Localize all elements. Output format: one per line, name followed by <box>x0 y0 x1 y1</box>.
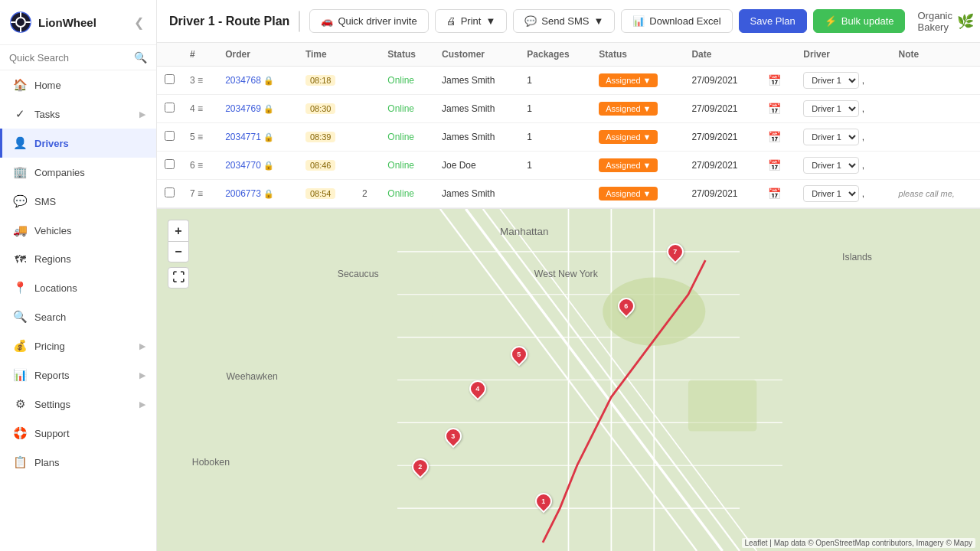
nav-arrow-tasks: ▶ <box>139 109 145 119</box>
customer-cell: James Smith <box>434 123 519 152</box>
print-icon: 🖨 <box>446 15 456 27</box>
status-badge: Online <box>387 103 414 114</box>
status-cell: Online <box>380 95 434 123</box>
row-checkbox[interactable] <box>165 131 175 141</box>
sidebar-label-sms: SMS <box>34 196 56 207</box>
calendar-icon[interactable]: 📅 <box>768 103 781 115</box>
assign-status-button[interactable]: Assigned ▼ <box>599 102 658 116</box>
drivers-icon: 👤 <box>13 136 27 150</box>
calendar-cell[interactable]: 📅 <box>760 123 795 152</box>
driver-cell[interactable]: Driver 1 , <box>795 152 890 180</box>
driver-select[interactable]: Driver 1 <box>803 157 859 174</box>
calendar-cell[interactable]: 📅 <box>760 152 795 180</box>
zoom-in-button[interactable]: + <box>168 220 189 241</box>
status-badge: Online <box>387 188 414 199</box>
send-sms-button[interactable]: 💬 Send SMS ▼ <box>513 9 615 33</box>
order-date: 27/09/2021 <box>691 75 737 86</box>
sidebar-item-drivers[interactable]: 👤 Drivers <box>0 129 156 158</box>
customer-name: James Smith <box>442 132 495 142</box>
sidebar-item-settings[interactable]: ⚙ Settings ▶ <box>0 390 156 419</box>
save-plan-button[interactable]: Save Plan <box>739 9 807 33</box>
sidebar-label-pricing: Pricing <box>34 341 65 352</box>
fullscreen-button[interactable]: ⛶ <box>168 267 189 289</box>
sidebar-item-companies[interactable]: 🏢 Companies <box>0 158 156 187</box>
map-pin-7[interactable]: 7 <box>667 243 684 260</box>
driver-cell[interactable]: Driver 1 , <box>795 67 890 95</box>
driver-select[interactable]: Driver 1 <box>803 100 859 117</box>
driver-select[interactable]: Driver 1 <box>803 72 859 89</box>
lock-icon: 🔒 <box>263 161 274 170</box>
calendar-cell[interactable]: 📅 <box>760 180 795 208</box>
calendar-icon[interactable]: 📅 <box>768 131 781 143</box>
row-number: 4 ≡ <box>182 95 217 123</box>
assign-status-cell[interactable]: Assigned ▼ <box>591 152 684 180</box>
assign-status-cell[interactable]: Assigned ▼ <box>591 95 684 123</box>
row-checkbox[interactable] <box>165 103 175 112</box>
assign-status-button[interactable]: Assigned ▼ <box>599 73 658 87</box>
map-pin-4[interactable]: 4 <box>469 380 486 397</box>
sidebar-item-tasks[interactable]: ✓ Tasks ▶ <box>0 99 156 129</box>
assign-status-button[interactable]: Assigned ▼ <box>599 158 658 172</box>
assign-status-cell[interactable]: Assigned ▼ <box>591 67 684 95</box>
orders-table-section: # Order Time Status Customer Packages St… <box>157 43 980 209</box>
calendar-cell[interactable]: 📅 <box>760 67 795 95</box>
download-excel-button[interactable]: 📊 Download Excel <box>621 9 732 33</box>
map-pin-2[interactable]: 2 <box>412 458 429 475</box>
map-pin-3[interactable]: 3 <box>445 428 462 445</box>
nav-arrow-pricing: ▶ <box>139 341 145 351</box>
assign-status-button[interactable]: Assigned ▼ <box>599 187 658 201</box>
sidebar-item-home[interactable]: 🏠 Home <box>0 70 156 99</box>
row-checkbox[interactable] <box>165 187 175 197</box>
map-pin-1[interactable]: 1 <box>535 493 552 510</box>
status-badge: Online <box>387 75 414 86</box>
map-pin-5[interactable]: 5 <box>511 346 528 363</box>
col-check <box>157 43 182 67</box>
sidebar-item-vehicles[interactable]: 🚚 Vehicles <box>0 216 156 245</box>
order-link[interactable]: 2034768 <box>225 75 261 86</box>
time-cell: 08:46 <box>298 152 354 180</box>
row-checkbox[interactable] <box>165 74 175 84</box>
calendar-icon[interactable]: 📅 <box>768 74 781 86</box>
search-icon[interactable]: 🔍 <box>134 51 147 64</box>
customer-cell: James Smith <box>434 95 519 123</box>
sidebar-item-pricing[interactable]: 💰 Pricing ▶ <box>0 331 156 360</box>
sidebar-item-regions[interactable]: 🗺 Regions <box>0 245 156 273</box>
driver-cell[interactable]: Driver 1 , <box>795 180 890 208</box>
sidebar-item-plans[interactable]: 📋 Plans <box>0 448 156 477</box>
collapse-sidebar-button[interactable]: ❮ <box>131 14 147 31</box>
map-container[interactable]: Manhattan Weehawken Hoboken Islands Seca… <box>157 209 980 551</box>
nav-arrow-settings: ▶ <box>139 399 145 409</box>
assign-status-cell[interactable]: Assigned ▼ <box>591 180 684 208</box>
calendar-icon[interactable]: 📅 <box>768 159 781 171</box>
order-link[interactable]: 2006773 <box>225 188 261 199</box>
order-link[interactable]: 2034769 <box>225 103 261 114</box>
sidebar-label-settings: Settings <box>34 399 70 410</box>
order-link[interactable]: 2034771 <box>225 132 261 142</box>
status-cell: Online <box>380 152 434 180</box>
row-checkbox[interactable] <box>165 159 175 169</box>
print-button[interactable]: 🖨 Print ▼ <box>435 9 508 33</box>
logo-text: LionWheel <box>38 16 96 29</box>
driver-select[interactable]: Driver 1 <box>803 185 859 202</box>
map-pin-6[interactable]: 6 <box>618 298 635 315</box>
sidebar-item-sms[interactable]: 💬 SMS <box>0 187 156 216</box>
driver-cell[interactable]: Driver 1 , <box>795 95 890 123</box>
order-link[interactable]: 2034770 <box>225 160 261 171</box>
calendar-icon[interactable]: 📅 <box>768 187 781 200</box>
order-id-cell: 2034771 🔒 <box>217 123 298 152</box>
assign-status-button[interactable]: Assigned ▼ <box>599 130 658 144</box>
driver-cell[interactable]: Driver 1 , <box>795 123 890 152</box>
driver-select[interactable]: Driver 1 <box>803 129 859 145</box>
quick-search-row[interactable]: Quick Search 🔍 <box>0 45 156 70</box>
sidebar-item-support[interactable]: 🛟 Support <box>0 419 156 448</box>
date-picker[interactable]: 27/09/2021 📅 <box>299 11 300 32</box>
bulk-update-button[interactable]: ⚡ Bulk update <box>813 9 906 33</box>
sidebar-item-reports[interactable]: 📊 Reports ▶ <box>0 360 156 390</box>
zoom-out-button[interactable]: − <box>168 241 189 262</box>
quick-driver-invite-button[interactable]: 🚗 Quick driver invite <box>309 9 428 33</box>
table-body: 3 ≡ 2034768 🔒 08:18 Online James Smith 1… <box>157 67 980 208</box>
sidebar-item-locations[interactable]: 📍 Locations <box>0 273 156 302</box>
assign-status-cell[interactable]: Assigned ▼ <box>591 123 684 152</box>
sidebar-item-search[interactable]: 🔍 Search <box>0 302 156 331</box>
calendar-cell[interactable]: 📅 <box>760 95 795 123</box>
